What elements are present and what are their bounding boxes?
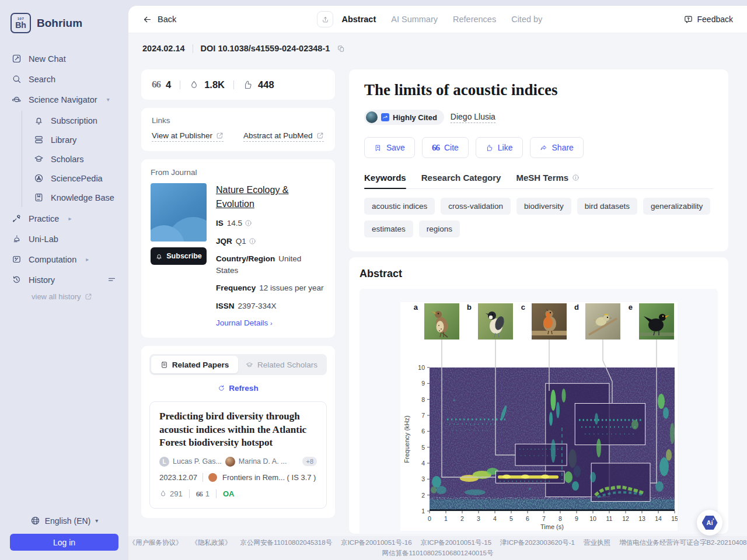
sidebar-item-sciencepedia[interactable]: SciencePedia bbox=[22, 169, 120, 188]
info-icon[interactable] bbox=[572, 174, 580, 181]
paper-title: The limits of acoustic indices bbox=[364, 81, 713, 99]
upload-button[interactable] bbox=[317, 11, 333, 27]
back-button[interactable]: Back bbox=[142, 15, 176, 24]
footer-link[interactable]: 京公网安备11010802045318号 bbox=[240, 538, 332, 547]
external-link-icon bbox=[85, 293, 92, 300]
keyword-chip[interactable]: cross-validation bbox=[441, 198, 511, 215]
issn-value: 2397-334X bbox=[238, 302, 277, 310]
svg-text:13: 13 bbox=[638, 515, 645, 522]
footer-link[interactable]: 津ICP备2023003620号-1 bbox=[500, 538, 575, 547]
topbar: Back Abstract AI Summary References Cite… bbox=[128, 6, 747, 33]
doi-value: DOI 10.1038/s41559-024-02348-1 bbox=[201, 44, 330, 53]
sidebar-item-uni-lab[interactable]: Uni-Lab bbox=[8, 229, 120, 249]
sidebar-item-history[interactable]: History bbox=[8, 270, 120, 290]
refresh-button[interactable]: Refresh bbox=[149, 384, 327, 393]
save-button[interactable]: Save bbox=[364, 137, 415, 158]
tab-research-category[interactable]: Research Category bbox=[421, 173, 501, 188]
chevron-right-icon: ▸ bbox=[86, 256, 89, 262]
sidebar-item-label: New Chat bbox=[29, 54, 66, 64]
sidebar-item-label: SciencePedia bbox=[51, 174, 103, 183]
share-button[interactable]: Share bbox=[530, 137, 584, 158]
keyword-chip[interactable]: estimates bbox=[364, 220, 413, 237]
keyword-chip[interactable]: bird datasets bbox=[577, 198, 637, 215]
related-card: Related Papers Related Scholars Refresh … bbox=[141, 346, 335, 517]
keyword-chip[interactable]: regions bbox=[419, 220, 460, 237]
call-box-b bbox=[515, 444, 567, 466]
view-all-history-link[interactable]: view all history bbox=[32, 292, 120, 301]
footer-link[interactable]: 京ICP备20010051号-16 bbox=[341, 538, 411, 547]
cite-button[interactable]: 66 Cite bbox=[422, 137, 469, 158]
tab-abstract[interactable]: Abstract bbox=[341, 15, 376, 24]
related-paper-journal[interactable]: Frontiers in Rem... ( IS 3.7 ) bbox=[222, 473, 316, 482]
view-at-publisher-link[interactable]: View at Publisher bbox=[152, 131, 224, 142]
footer-link[interactable]: 《隐私政策》 bbox=[191, 538, 231, 547]
info-icon[interactable] bbox=[249, 237, 256, 245]
info-icon[interactable] bbox=[245, 219, 252, 227]
highly-cited-badge[interactable]: Highly Cited bbox=[364, 110, 444, 125]
tab-mesh-terms[interactable]: MeSH Terms bbox=[516, 173, 580, 188]
related-paper-card[interactable]: Predicting bird diversity through acoust… bbox=[149, 401, 327, 508]
sidebar-item-knowledge-base[interactable]: Knowledge Base bbox=[22, 188, 120, 207]
more-authors-badge[interactable]: +8 bbox=[302, 457, 317, 466]
subscribe-button[interactable]: Subscribe bbox=[151, 247, 207, 265]
sidebar-item-subscription[interactable]: Subscription bbox=[22, 111, 120, 130]
meta-tabs: Keywords Research Category MeSH Terms bbox=[364, 173, 713, 189]
sidebar-item-computation[interactable]: Computation ▸ bbox=[8, 249, 120, 270]
related-paper-meta: 2023.12.07 Frontiers in Rem... ( IS 3.7 … bbox=[159, 473, 317, 482]
bird-photo-c bbox=[532, 303, 567, 340]
issn-label: ISSN bbox=[216, 302, 235, 310]
related-paper-title[interactable]: Predicting bird diversity through acoust… bbox=[159, 410, 317, 449]
like-button[interactable]: Like bbox=[476, 137, 523, 158]
bookmark-icon bbox=[374, 144, 382, 152]
tab-references[interactable]: References bbox=[453, 15, 496, 24]
abstract-at-pubmed-link[interactable]: Abstract at PubMed bbox=[243, 131, 324, 142]
copy-icon[interactable] bbox=[337, 45, 345, 52]
spectrogram-figure[interactable]: a b c d e bbox=[400, 302, 678, 531]
ai-label: Ai bbox=[707, 519, 713, 526]
author-name[interactable]: Marina D. A. ... bbox=[239, 457, 287, 466]
footer-link[interactable]: 营业执照 bbox=[584, 538, 610, 547]
sidebar-item-new-chat[interactable]: New Chat bbox=[8, 48, 120, 69]
like-label: Like bbox=[498, 143, 513, 152]
sidebar-item-library[interactable]: Library bbox=[22, 130, 120, 149]
panel-label-c: c bbox=[521, 303, 525, 312]
view-all-history-label: view all history bbox=[32, 292, 81, 301]
keyword-chip[interactable]: biodiversity bbox=[516, 198, 571, 215]
bird-photo-a bbox=[424, 303, 459, 340]
tab-cited-by[interactable]: Cited by bbox=[511, 15, 542, 24]
keyword-chip[interactable]: generalizability bbox=[643, 198, 710, 215]
panel-label-a: a bbox=[413, 303, 418, 312]
keyword-chip[interactable]: acoustic indices bbox=[364, 198, 435, 215]
document-icon bbox=[160, 361, 168, 369]
sidebar-item-scholars[interactable]: Scholars bbox=[22, 149, 120, 169]
footer-link[interactable]: 京ICP备20010051号-15 bbox=[421, 538, 491, 547]
author-link[interactable]: Diego Llusia bbox=[451, 112, 495, 123]
footer-link[interactable]: 《用户服务协议》 bbox=[128, 538, 182, 547]
svg-text:7: 7 bbox=[542, 515, 546, 522]
feedback-button[interactable]: Feedback bbox=[683, 15, 733, 24]
tab-related-papers[interactable]: Related Papers bbox=[151, 356, 238, 373]
journal-details-link[interactable]: Journal Details › bbox=[216, 318, 326, 327]
author-name[interactable]: Lucas P. Gas... bbox=[173, 457, 222, 466]
tab-ai-summary[interactable]: AI Summary bbox=[391, 15, 438, 24]
language-selector[interactable]: English (EN) ▾ bbox=[8, 516, 120, 526]
sidebar-item-label: Computation bbox=[29, 255, 76, 264]
journal-cover[interactable] bbox=[151, 183, 207, 242]
footer-link[interactable]: 增值电信业务经营许可证合字B2-20210408 bbox=[619, 538, 747, 547]
sidebar-item-practice[interactable]: Practice ▸ bbox=[8, 208, 120, 229]
tab-related-scholars[interactable]: Related Scholars bbox=[238, 356, 325, 373]
computation-icon bbox=[12, 254, 22, 264]
views-count: 291 bbox=[170, 489, 183, 498]
journal-name-link[interactable]: Nature Ecology & Evolution bbox=[216, 185, 289, 209]
collapse-list-icon[interactable] bbox=[107, 275, 117, 285]
login-button[interactable]: Log in bbox=[10, 534, 118, 551]
tab-keywords[interactable]: Keywords bbox=[364, 173, 406, 188]
sidebar-item-search[interactable]: Search bbox=[8, 69, 120, 89]
topbar-center: Abstract AI Summary References Cited by bbox=[176, 11, 683, 27]
journal-body: Subscribe Nature Ecology & Evolution IS1… bbox=[151, 183, 326, 327]
brand[interactable]: 107 Bh Bohrium bbox=[11, 13, 120, 33]
ai-assistant-button[interactable]: Ai bbox=[697, 510, 722, 536]
quote-icon: 66 bbox=[196, 489, 203, 499]
sidebar-item-science-navigator[interactable]: Science Navigator ▾ bbox=[8, 89, 120, 110]
citation-count: 1 bbox=[205, 489, 210, 498]
